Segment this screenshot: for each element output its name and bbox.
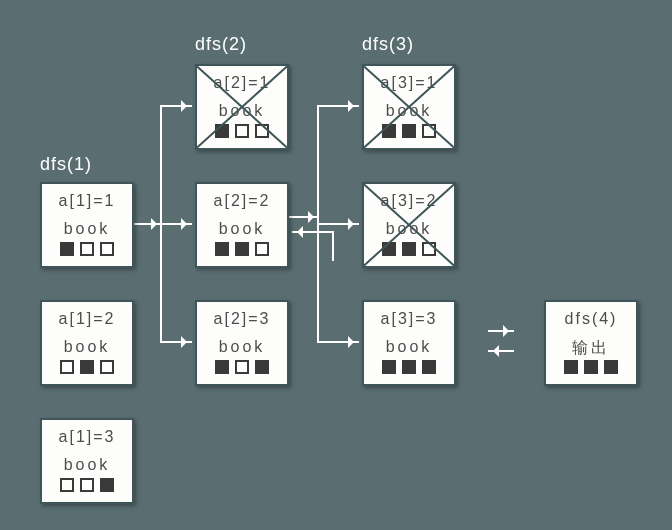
node-book-label: book <box>197 102 287 120</box>
node-n13: a[1]=3book <box>40 418 134 504</box>
edge <box>317 223 359 225</box>
column-label-dfs3: dfs(3) <box>362 34 414 55</box>
node-assignment: a[2]=3 <box>197 310 287 328</box>
square-empty-icon <box>255 124 269 138</box>
square-filled-icon <box>402 124 416 138</box>
square-filled-icon <box>235 242 249 256</box>
column-label-dfs1: dfs(1) <box>40 154 92 175</box>
square-filled-icon <box>215 242 229 256</box>
edge <box>317 341 359 343</box>
node-n12: a[1]=2book <box>40 300 134 386</box>
node-n32: a[3]=2book <box>362 182 456 268</box>
square-filled-icon <box>584 360 598 374</box>
square-filled-icon <box>80 360 94 374</box>
node-book-label: book <box>42 456 132 474</box>
node-book-label: 输出 <box>546 338 636 359</box>
node-n11: a[1]=1book <box>40 182 134 268</box>
book-array <box>364 360 454 374</box>
square-empty-icon <box>422 242 436 256</box>
node-assignment: a[1]=2 <box>42 310 132 328</box>
edge <box>289 216 319 218</box>
book-array <box>42 478 132 492</box>
square-empty-icon <box>255 242 269 256</box>
edge <box>160 223 192 225</box>
node-n31: a[3]=1book <box>362 64 456 150</box>
square-filled-icon <box>100 478 114 492</box>
node-book-label: book <box>364 102 454 120</box>
square-filled-icon <box>255 360 269 374</box>
book-array <box>364 124 454 138</box>
square-filled-icon <box>402 242 416 256</box>
node-book-label: book <box>197 220 287 238</box>
square-filled-icon <box>382 360 396 374</box>
square-empty-icon <box>80 242 94 256</box>
square-empty-icon <box>100 360 114 374</box>
edge <box>332 231 334 261</box>
square-filled-icon <box>60 242 74 256</box>
node-n33: a[3]=3book <box>362 300 456 386</box>
book-array <box>197 124 287 138</box>
node-n23: a[2]=3book <box>195 300 289 386</box>
edge-back <box>292 231 334 233</box>
node-assignment: a[2]=2 <box>197 192 287 210</box>
node-book-label: book <box>42 338 132 356</box>
node-book-label: book <box>42 220 132 238</box>
column-label-dfs2: dfs(2) <box>195 34 247 55</box>
square-filled-icon <box>382 124 396 138</box>
node-n4: dfs(4)输出 <box>544 300 638 386</box>
node-n21: a[2]=1book <box>195 64 289 150</box>
square-empty-icon <box>235 360 249 374</box>
edge <box>488 330 514 332</box>
node-book-label: book <box>364 338 454 356</box>
book-array <box>546 360 636 374</box>
square-filled-icon <box>382 242 396 256</box>
square-filled-icon <box>604 360 618 374</box>
square-empty-icon <box>100 242 114 256</box>
book-array <box>42 242 132 256</box>
edge <box>134 223 162 225</box>
square-filled-icon <box>402 360 416 374</box>
node-n22: a[2]=2book <box>195 182 289 268</box>
node-assignment: dfs(4) <box>546 310 636 328</box>
node-book-label: book <box>197 338 287 356</box>
square-filled-icon <box>564 360 578 374</box>
square-filled-icon <box>422 360 436 374</box>
node-assignment: a[1]=3 <box>42 428 132 446</box>
book-array <box>364 242 454 256</box>
square-filled-icon <box>215 360 229 374</box>
node-assignment: a[3]=3 <box>364 310 454 328</box>
square-empty-icon <box>235 124 249 138</box>
edge <box>160 341 192 343</box>
node-assignment: a[2]=1 <box>197 74 287 92</box>
node-assignment: a[3]=1 <box>364 74 454 92</box>
square-empty-icon <box>80 478 94 492</box>
book-array <box>197 360 287 374</box>
node-assignment: a[1]=1 <box>42 192 132 210</box>
square-filled-icon <box>215 124 229 138</box>
node-book-label: book <box>364 220 454 238</box>
edge <box>160 105 192 107</box>
book-array <box>197 242 287 256</box>
square-empty-icon <box>60 360 74 374</box>
edge-back <box>488 350 514 352</box>
edge <box>317 105 359 107</box>
square-empty-icon <box>60 478 74 492</box>
diagram-stage: dfs(1) dfs(2) dfs(3) a[1]=1booka[1]=2boo… <box>0 0 672 530</box>
book-array <box>42 360 132 374</box>
square-empty-icon <box>422 124 436 138</box>
node-assignment: a[3]=2 <box>364 192 454 210</box>
